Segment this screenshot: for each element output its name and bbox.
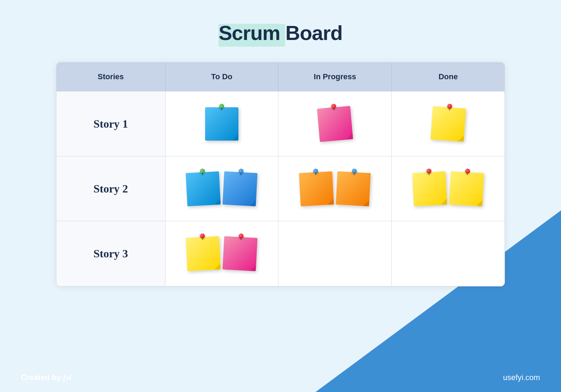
sticky-note[interactable] xyxy=(336,171,371,206)
story-3-label: Story 3 xyxy=(56,221,165,286)
story-3-done xyxy=(392,221,505,286)
sticky-note[interactable] xyxy=(205,107,238,141)
sticky-note[interactable] xyxy=(299,171,334,206)
sticky-note[interactable] xyxy=(449,171,484,206)
pin-icon xyxy=(465,168,470,174)
pin-icon xyxy=(352,168,357,174)
story-2-inprogress xyxy=(278,156,392,221)
pin-icon xyxy=(200,168,205,174)
footer-credit: Created by fyi xyxy=(21,373,71,382)
story-1-inprogress-cards xyxy=(285,103,384,145)
story-3-todo xyxy=(165,221,278,286)
story-row-2: Story 2 xyxy=(56,156,505,221)
pin-icon xyxy=(200,233,205,238)
brand-name: fyi xyxy=(63,373,71,382)
story-2-todo-cards xyxy=(173,168,271,210)
sticky-note[interactable] xyxy=(412,171,447,206)
sticky-note[interactable] xyxy=(317,106,353,142)
sticky-note[interactable] xyxy=(430,106,466,141)
story-3-inprogress-cards xyxy=(285,232,384,275)
story-1-done-cards xyxy=(399,103,498,145)
pin-icon xyxy=(238,168,244,174)
pin-icon xyxy=(447,103,452,109)
story-2-done-cards xyxy=(399,168,498,210)
story-1-inprogress xyxy=(278,92,392,156)
story-1-todo-cards xyxy=(173,103,271,145)
page-title-wrapper: Scrum Board xyxy=(218,21,342,45)
story-2-done xyxy=(392,156,505,221)
story-2-label: Story 2 xyxy=(56,156,165,221)
page-title: Scrum Board xyxy=(218,21,342,45)
board-header-row: Stories To Do In Progress Done xyxy=(56,62,505,92)
footer-website: usefyi.com xyxy=(503,373,540,382)
story-1-label: Story 1 xyxy=(56,92,165,156)
scrum-board: Stories To Do In Progress Done Story 1 xyxy=(56,62,505,286)
col-header-stories: Stories xyxy=(56,62,165,92)
board-table: Stories To Do In Progress Done Story 1 xyxy=(56,62,505,286)
sticky-note[interactable] xyxy=(223,171,258,206)
sticky-note[interactable] xyxy=(186,171,221,206)
pin-icon xyxy=(426,168,432,174)
footer: Created by fyi usefyi.com xyxy=(0,363,561,392)
col-header-done: Done xyxy=(392,62,505,92)
sticky-note[interactable] xyxy=(186,236,221,271)
story-2-inprogress-cards xyxy=(285,168,384,210)
created-by-text: Created by xyxy=(21,373,63,382)
col-header-inprogress: In Progress xyxy=(278,62,392,92)
pin-icon xyxy=(313,168,318,174)
pin-icon xyxy=(219,104,224,109)
story-row-1: Story 1 xyxy=(56,92,505,156)
sticky-note[interactable] xyxy=(223,236,258,271)
pin-icon xyxy=(238,233,244,238)
story-1-todo xyxy=(165,92,278,156)
pin-icon xyxy=(331,103,336,109)
story-1-done xyxy=(392,92,505,156)
story-3-todo-cards xyxy=(173,232,271,275)
story-3-done-cards xyxy=(399,232,498,275)
story-3-inprogress xyxy=(278,221,392,286)
story-2-todo xyxy=(165,156,278,221)
col-header-todo: To Do xyxy=(165,62,278,92)
story-row-3: Story 3 xyxy=(56,221,505,286)
